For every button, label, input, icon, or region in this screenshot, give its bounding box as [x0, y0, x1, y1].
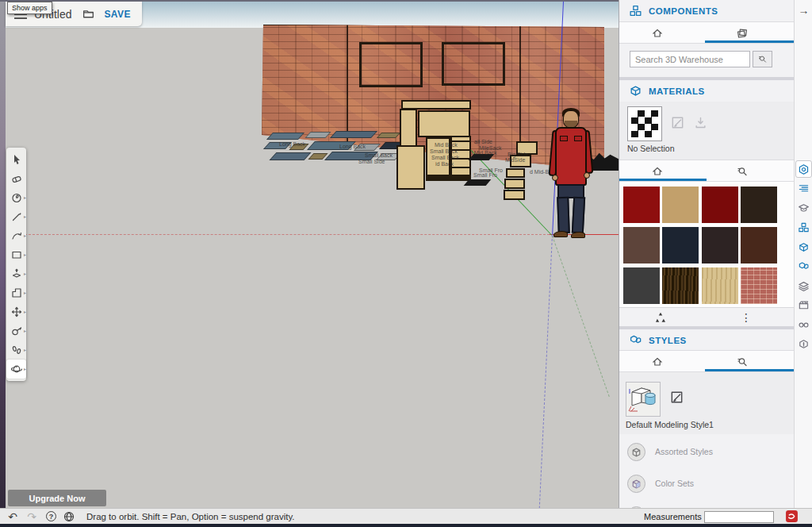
panels-sidebar: COMPONENTS MATERIALS: [619, 0, 793, 508]
more-options-icon[interactable]: ⋮: [738, 310, 754, 325]
tags-rail-icon[interactable]: [795, 277, 812, 294]
warehouse-search-input[interactable]: [630, 51, 750, 67]
material-swatch-dark-navy[interactable]: [662, 227, 699, 264]
push-pull-tool[interactable]: ▸: [6, 264, 26, 283]
walk-tool[interactable]: ▸: [6, 340, 26, 360]
styles-rail-icon[interactable]: [795, 258, 812, 275]
orbit-tool[interactable]: ▸: [6, 360, 26, 379]
help-icon[interactable]: ?: [46, 511, 56, 521]
components-home-tab[interactable]: [642, 26, 673, 40]
axis-blue-dashed: [539, 235, 553, 508]
materials-title: MATERIALS: [649, 87, 705, 96]
select-tool[interactable]: [6, 150, 26, 169]
person-hand-right: [584, 172, 590, 179]
material-swatch-dark-brown[interactable]: [702, 227, 738, 264]
components-warehouse-tab[interactable]: [726, 26, 758, 40]
style-collection-thumb: [627, 475, 645, 493]
tool-hint-text: Drag to orbit. Shift = Pan, Option = sus…: [86, 512, 295, 521]
style-collection-colorsets[interactable]: Color Sets: [619, 469, 794, 498]
cabinet-base: [426, 175, 471, 181]
style-collection-assorted[interactable]: Assorted Styles: [619, 437, 794, 466]
material-swatch-grid: [619, 182, 794, 307]
style-collection-thumb: [627, 443, 645, 461]
model-floor-panel[interactable]: [269, 152, 311, 160]
component-label: Long Back: [279, 141, 305, 147]
active-tab-underline: [705, 369, 794, 371]
offset-tool[interactable]: ▸: [6, 283, 26, 302]
person-beard: [565, 121, 577, 127]
sample-material-icon[interactable]: [693, 115, 708, 130]
material-swatch-dark-red[interactable]: [623, 187, 660, 223]
modeling-viewport[interactable]: Long BackLong BackSmall BackSmall Sideal…: [6, 2, 619, 508]
person-shoe-right: [571, 232, 585, 238]
materials-rail-icon[interactable]: [795, 238, 812, 256]
collapse-panel-arrow[interactable]: →: [795, 3, 812, 17]
edit-material-icon[interactable]: [670, 115, 685, 130]
entity-info-rail-icon[interactable]: [795, 180, 812, 198]
style-collection-partial[interactable]: [619, 501, 794, 508]
recycle-materials-icon[interactable]: [653, 310, 668, 325]
styles-browse-tab[interactable]: [726, 355, 758, 369]
panel-icon-rail: →: [794, 0, 812, 508]
component-label: all Side: [474, 139, 492, 144]
model-floor-panel[interactable]: [266, 133, 304, 140]
model-person-figure[interactable]: [550, 108, 597, 239]
material-swatch-espresso[interactable]: [741, 187, 777, 223]
measurements-label: Measurements: [644, 512, 702, 521]
person-shirt: [555, 127, 587, 186]
component-label: Small Back: [431, 155, 459, 160]
component-label: Mid Back: [435, 142, 458, 148]
materials-panel: MATERIALS No Selection ⋮: [619, 80, 794, 326]
eraser-tool[interactable]: [6, 169, 26, 188]
cabinet-upper-panel: [418, 110, 470, 137]
model-info-rail-icon[interactable]: [795, 336, 812, 353]
person-shoe-left: [553, 231, 568, 237]
open-folder-icon[interactable]: [81, 7, 96, 21]
tape-measure-tool[interactable]: ▸: [6, 321, 26, 340]
person-leg-left: [557, 197, 570, 233]
material-swatch-brown[interactable]: [623, 227, 660, 264]
save-button[interactable]: SAVE: [104, 9, 130, 20]
material-swatch-dark-wood[interactable]: [662, 267, 699, 304]
material-swatch-charcoal[interactable]: [623, 267, 660, 304]
model-window-outline[interactable]: [442, 42, 505, 86]
arc-tool[interactable]: ▸: [6, 226, 26, 245]
model-window-outline[interactable]: [359, 42, 423, 87]
components-rail-icon[interactable]: [795, 219, 812, 237]
styles-home-tab[interactable]: [642, 355, 673, 369]
undo-icon[interactable]: ↶: [6, 510, 19, 523]
material-swatch-maroon[interactable]: [702, 187, 738, 223]
material-swatch-red-brown[interactable]: [741, 227, 777, 264]
scenes-rail-icon[interactable]: [795, 297, 812, 314]
show-apps-tooltip: Show apps: [7, 2, 52, 14]
redo-icon[interactable]: ↷: [25, 510, 38, 523]
display-rail-icon[interactable]: [795, 316, 812, 333]
materials-home-tab[interactable]: [642, 164, 673, 179]
edit-style-icon[interactable]: [669, 390, 684, 405]
material-swatch-light-wood[interactable]: [702, 267, 738, 304]
instructor-rail-icon[interactable]: [795, 199, 812, 217]
sketchup-logo: [785, 510, 799, 523]
materials-icon: [629, 84, 642, 98]
component-label: d Mid Back: [469, 150, 497, 156]
desktop-edge-strip: [0, 2, 6, 524]
measurements-input[interactable]: [704, 511, 774, 523]
axis-green-dashed: [552, 236, 610, 397]
component-label: Small Side: [358, 159, 385, 164]
paint-panel-rail-icon[interactable]: [795, 160, 812, 178]
line-tool[interactable]: ▸: [6, 207, 26, 226]
rectangle-tool[interactable]: ▸: [6, 245, 26, 264]
warehouse-search-button[interactable]: [753, 51, 772, 67]
language-globe-icon[interactable]: [63, 510, 75, 523]
material-swatch-brick[interactable]: [741, 267, 777, 304]
material-swatch-tan[interactable]: [662, 187, 699, 223]
paint-tool[interactable]: ▸: [6, 188, 26, 207]
current-style-thumbnail[interactable]: [626, 382, 661, 417]
current-material-thumbnail[interactable]: [627, 106, 662, 141]
move-tool[interactable]: ▸: [6, 302, 26, 321]
materials-browse-tab[interactable]: [726, 164, 758, 179]
model-floor-panel[interactable]: [330, 131, 377, 138]
upgrade-now-button[interactable]: Upgrade Now: [8, 490, 106, 506]
no-selection-checker: [631, 110, 658, 137]
model-dark-panel[interactable]: [464, 179, 492, 186]
